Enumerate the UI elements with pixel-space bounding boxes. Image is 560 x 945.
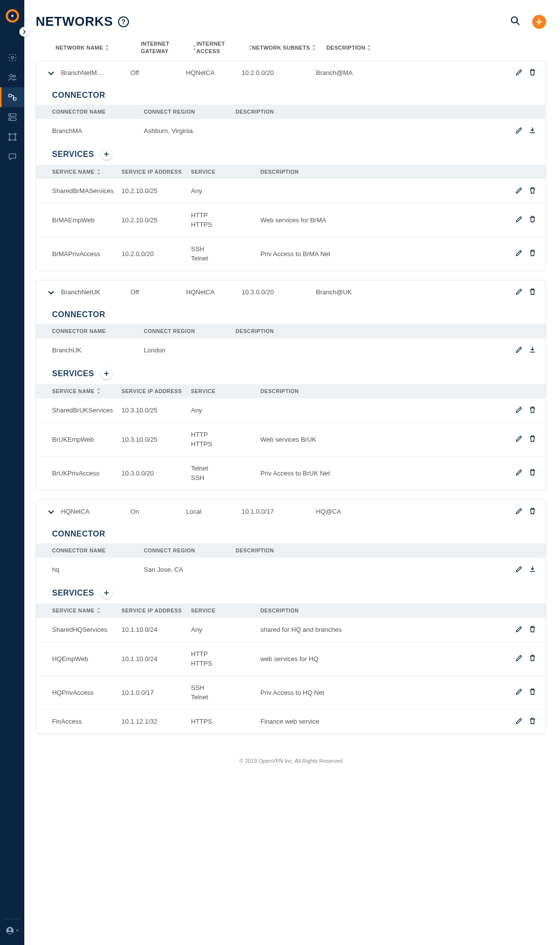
services-section-title: SERVICES xyxy=(36,362,546,384)
nav-topology[interactable] xyxy=(0,127,24,147)
delete-service-button[interactable] xyxy=(528,717,537,727)
service-name: BrUKEmpWeb xyxy=(52,436,122,443)
col-service-name[interactable]: SERVICE NAME xyxy=(52,608,122,613)
edit-network-button[interactable] xyxy=(515,507,523,517)
network-gateway: Off xyxy=(130,69,186,76)
delete-service-button[interactable] xyxy=(528,625,537,635)
footer-text: © 2019 OpenVPN Inc. All Rights Reserved xyxy=(36,743,546,779)
service-type: SSHTelnet xyxy=(191,244,260,264)
connector-section-title: CONNECTOR xyxy=(36,304,546,324)
col-service-name[interactable]: SERVICE NAME xyxy=(52,169,122,175)
service-ip: 10.2.10.0/25 xyxy=(122,187,191,195)
edit-icon xyxy=(515,468,523,476)
user-menu-button[interactable] xyxy=(0,926,24,935)
edit-service-button[interactable] xyxy=(515,215,523,225)
edit-service-button[interactable] xyxy=(515,434,523,444)
delete-service-button[interactable] xyxy=(528,405,537,415)
col-service-description: DESCRIPTION xyxy=(260,608,360,613)
edit-network-button[interactable] xyxy=(515,68,523,78)
service-ip: 10.1.12.1/32 xyxy=(122,718,191,725)
delete-service-button[interactable] xyxy=(528,249,537,259)
edit-network-button[interactable] xyxy=(515,287,523,297)
edit-service-button[interactable] xyxy=(515,468,523,478)
search-button[interactable] xyxy=(509,15,521,28)
trash-icon xyxy=(528,507,537,515)
sort-icon xyxy=(105,45,109,51)
delete-network-button[interactable] xyxy=(528,68,537,78)
gear-icon xyxy=(7,53,17,63)
services-table-header: SERVICE NAME SERVICE IP ADDRESS SERVICE … xyxy=(36,604,546,617)
delete-service-button[interactable] xyxy=(528,654,537,664)
delete-service-button[interactable] xyxy=(528,468,537,478)
delete-service-button[interactable] xyxy=(528,215,537,225)
delete-service-button[interactable] xyxy=(528,687,537,697)
service-row: BrUKEmpWeb 10.3.10.0/25 HTTPHTTPS Web se… xyxy=(36,422,546,456)
expand-network-button[interactable] xyxy=(41,288,61,296)
nav-settings[interactable] xyxy=(0,48,24,68)
svg-point-10 xyxy=(10,115,10,115)
nav-hosts[interactable] xyxy=(0,107,24,127)
delete-network-button[interactable] xyxy=(528,287,537,297)
expand-network-button[interactable] xyxy=(41,69,61,77)
col-connector-region: CONNECT REGION xyxy=(144,328,236,334)
network-name: BranchNetM… xyxy=(61,69,130,76)
expand-sidebar-button[interactable] xyxy=(19,27,29,37)
service-name: BrUKPrivAccess xyxy=(52,470,122,477)
add-service-button[interactable] xyxy=(101,149,112,160)
search-icon xyxy=(509,15,521,27)
topology-icon xyxy=(7,132,17,142)
edit-connector-button[interactable] xyxy=(515,565,523,575)
connector-table-header: CONNECTOR NAME CONNECT REGION DESCRIPTIO… xyxy=(36,105,546,119)
add-service-button[interactable] xyxy=(101,368,112,379)
col-gateway[interactable]: INTERNET GATEWAY xyxy=(141,40,196,56)
edit-service-button[interactable] xyxy=(515,687,523,697)
col-service-type: SERVICE xyxy=(191,608,260,613)
col-description[interactable]: DESCRIPTION xyxy=(326,40,416,56)
edit-service-button[interactable] xyxy=(515,654,523,664)
service-name: SharedBrUKServices xyxy=(52,406,122,414)
col-connector-description: DESCRIPTION xyxy=(236,109,537,115)
service-description: web services for HQ xyxy=(260,655,360,663)
service-type: HTTPS xyxy=(191,717,260,727)
col-access[interactable]: INTERNET ACCESS xyxy=(196,40,252,56)
download-connector-button[interactable] xyxy=(528,126,537,136)
nav-networks[interactable] xyxy=(0,87,24,107)
edit-icon xyxy=(515,405,523,414)
col-service-name[interactable]: SERVICE NAME xyxy=(52,388,122,394)
trash-icon xyxy=(528,287,537,296)
network-description: Branch@MA xyxy=(316,69,405,76)
connector-name: hq xyxy=(52,566,144,573)
edit-connector-button[interactable] xyxy=(515,126,523,136)
connector-table-header: CONNECTOR NAME CONNECT REGION DESCRIPTIO… xyxy=(36,324,546,338)
edit-service-button[interactable] xyxy=(515,249,523,259)
help-button[interactable]: ? xyxy=(118,16,129,27)
add-service-button[interactable] xyxy=(101,588,112,599)
col-subnets[interactable]: NETWORK SUBNETS xyxy=(252,40,326,56)
service-description: shared for HQ and branches xyxy=(260,626,360,633)
col-connector-name: CONNECTOR NAME xyxy=(52,328,144,334)
network-row: HQNetCA On Local 10.1.0.0/17 HQ@CA xyxy=(36,500,546,524)
edit-icon xyxy=(515,434,523,443)
delete-service-button[interactable] xyxy=(528,434,537,444)
trash-icon xyxy=(528,717,537,725)
nav-logs[interactable] xyxy=(0,147,24,167)
trash-icon xyxy=(528,68,537,76)
edit-icon xyxy=(515,68,523,76)
svg-point-15 xyxy=(14,139,16,140)
delete-network-button[interactable] xyxy=(528,507,537,517)
download-connector-button[interactable] xyxy=(528,345,537,355)
download-connector-button[interactable] xyxy=(528,565,537,575)
edit-service-button[interactable] xyxy=(515,625,523,635)
edit-service-button[interactable] xyxy=(515,186,523,196)
delete-service-button[interactable] xyxy=(528,186,537,196)
add-network-button[interactable] xyxy=(532,15,546,29)
edit-connector-button[interactable] xyxy=(515,345,523,355)
service-name: BrMAEmpWeb xyxy=(52,216,122,224)
network-icon xyxy=(7,92,17,102)
col-name[interactable]: NETWORK NAME xyxy=(56,40,141,56)
expand-network-button[interactable] xyxy=(41,508,61,516)
edit-service-button[interactable] xyxy=(515,717,523,727)
trash-icon xyxy=(528,405,537,414)
edit-service-button[interactable] xyxy=(515,405,523,415)
nav-users[interactable] xyxy=(0,68,24,87)
